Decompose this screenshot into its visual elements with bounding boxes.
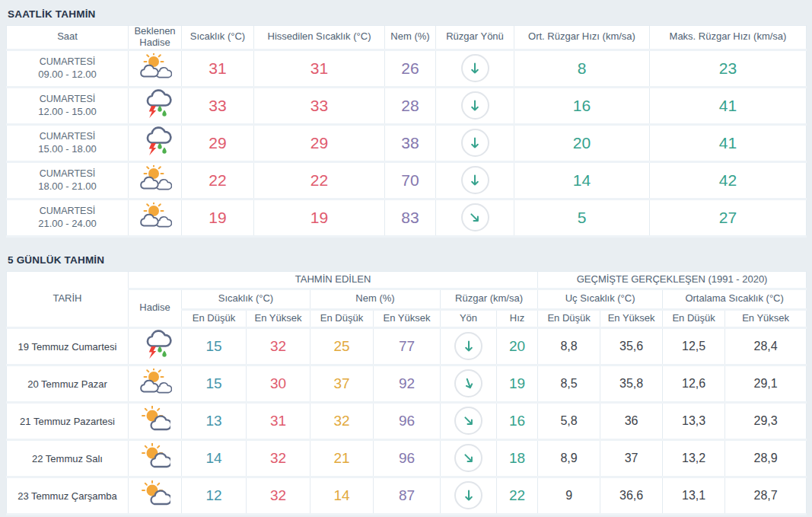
time-slot-cell: CUMARTESİ 21.00 - 24.00 — [7, 199, 129, 236]
daily-subheader-extreme-max: En Yüksek — [600, 309, 663, 327]
wind-direction-cell — [436, 199, 514, 236]
hourly-col-header-hissedilen-sicaklik: Hissedilen Sıcaklık (°C) — [254, 26, 385, 50]
expected-event-cell — [129, 124, 182, 161]
extreme-min-value: 8,5 — [538, 365, 600, 402]
humidity-value: 83 — [385, 199, 436, 236]
date-cell: 23 Temmuz Çarşamba — [7, 477, 129, 514]
temperature-value: 29 — [182, 124, 254, 161]
daily-col-header-humidity: Nem (%) — [310, 289, 441, 309]
date-cell: 22 Temmuz Salı — [7, 439, 129, 477]
wind-speed-value: 19 — [497, 365, 538, 402]
date-label: 21 Temmuz Pazartesi — [20, 416, 115, 427]
average-min-value: 13,2 — [663, 439, 725, 477]
expected-event-cell — [129, 161, 182, 199]
wind-direction-icon — [454, 407, 482, 435]
daily-row: 22 Temmuz Salı 14 32 21 96 18 8,9 37 13,… — [7, 439, 807, 477]
extreme-max-value: 36,6 — [600, 477, 663, 514]
hourly-col-header-saat: Saat — [7, 26, 129, 50]
daily-col-header-wind: Rüzgar (km/sa) — [441, 289, 538, 309]
event-cell — [129, 477, 182, 514]
daily-row: 20 Temmuz Pazar 15 30 37 92 19 8,5 35,8 … — [7, 365, 807, 402]
temp-min-value: 15 — [182, 327, 247, 365]
temp-min-value: 12 — [182, 477, 247, 514]
expected-event-cell — [129, 199, 182, 236]
time-label: 18.00 - 21.00 — [8, 180, 126, 192]
event-cell — [129, 327, 182, 365]
temp-max-value: 32 — [247, 439, 310, 477]
wind-direction-cell — [441, 402, 497, 439]
time-slot-cell: CUMARTESİ 12.00 - 15.00 — [7, 87, 129, 124]
temperature-value: 33 — [182, 87, 254, 124]
humidity-max-value: 87 — [374, 477, 441, 514]
hourly-row: CUMARTESİ 12.00 - 15.00 33 33 28 16 41 — [7, 87, 807, 124]
sun-two-clouds-icon — [139, 203, 172, 230]
day-label: CUMARTESİ — [8, 94, 126, 104]
avg-wind-speed-value: 20 — [514, 124, 650, 161]
average-max-value: 28,4 — [725, 327, 807, 365]
group-header-forecast: TAHMİN EDİLEN — [129, 271, 538, 289]
daily-subheader-average-min: En Düşük — [663, 309, 725, 327]
temp-max-value: 30 — [247, 365, 310, 402]
date-label: 20 Temmuz Pazar — [27, 378, 107, 390]
wind-direction-icon — [454, 369, 482, 397]
wind-direction-cell — [436, 87, 514, 124]
humidity-min-value: 25 — [310, 327, 374, 365]
daily-subheader-humidity-min: En Düşük — [310, 309, 374, 327]
temperature-value: 19 — [182, 199, 254, 236]
wind-direction-icon — [461, 203, 489, 231]
hourly-row: CUMARTESİ 21.00 - 24.00 19 19 83 5 27 — [7, 199, 807, 236]
time-slot-cell: CUMARTESİ 18.00 - 21.00 — [7, 161, 129, 199]
day-label: CUMARTESİ — [8, 168, 126, 179]
wind-direction-icon — [454, 332, 482, 360]
wind-direction-cell — [441, 439, 497, 477]
max-wind-speed-value: 27 — [650, 199, 807, 236]
extreme-max-value: 37 — [600, 439, 663, 477]
weather-forecast-page: SAATLİK TAHMİN SaatBeklenen HadiseSıcakl… — [6, 8, 806, 515]
daily-section-title: 5 GÜNLÜK TAHMİN — [8, 254, 806, 266]
sun-two-clouds-icon — [139, 53, 172, 81]
sun-one-cloud-icon — [140, 443, 170, 471]
average-max-value: 29,1 — [725, 365, 807, 402]
hourly-row: CUMARTESİ 09.00 - 12.00 31 31 26 8 23 — [7, 49, 807, 87]
wind-direction-icon — [461, 166, 489, 194]
wind-direction-cell — [436, 161, 514, 199]
storm-icon — [139, 330, 172, 360]
humidity-max-value: 96 — [374, 402, 441, 439]
time-slot-cell: CUMARTESİ 15.00 - 18.00 — [7, 124, 129, 161]
wind-direction-cell — [441, 477, 497, 514]
time-label: 21.00 - 24.00 — [8, 218, 126, 229]
feels-like-value: 33 — [254, 87, 385, 124]
hourly-forecast-table: SaatBeklenen HadiseSıcaklık (°C)Hissedil… — [6, 25, 807, 238]
wind-speed-value: 16 — [497, 402, 538, 439]
average-min-value: 12,6 — [663, 365, 725, 402]
day-label: CUMARTESİ — [8, 131, 126, 142]
date-cell: 21 Temmuz Pazartesi — [7, 402, 129, 439]
max-wind-speed-value: 42 — [650, 161, 807, 199]
hourly-col-header-sicaklik: Sıcaklık (°C) — [182, 26, 254, 50]
time-label: 15.00 - 18.00 — [8, 143, 126, 155]
max-wind-speed-value: 23 — [650, 49, 807, 87]
temperature-value: 31 — [182, 49, 254, 87]
date-label: 23 Temmuz Çarşamba — [18, 490, 117, 502]
wind-direction-cell — [441, 365, 497, 402]
average-max-value: 28,9 — [725, 439, 807, 477]
day-label: CUMARTESİ — [8, 56, 126, 67]
daily-row: 21 Temmuz Pazartesi 13 31 32 96 16 5,8 3… — [7, 402, 807, 439]
hourly-col-header-ort-ruzgar-hizi: Ort. Rüzgar Hızı (km/sa) — [514, 26, 650, 50]
avg-wind-speed-value: 8 — [514, 49, 650, 87]
wind-direction-icon — [461, 129, 489, 157]
storm-icon — [139, 89, 172, 120]
daily-header-group-row: TARİH TAHMİN EDİLEN GEÇMİŞTE GERÇEKLEŞEN… — [7, 271, 807, 289]
event-cell — [129, 402, 182, 439]
extreme-max-value: 35,6 — [600, 327, 663, 365]
daily-forecast-table: TARİH TAHMİN EDİLEN GEÇMİŞTE GERÇEKLEŞEN… — [6, 271, 807, 515]
sun-two-clouds-icon — [139, 165, 172, 193]
daily-subheader-wind-speed: Hız — [497, 309, 538, 327]
humidity-value: 38 — [385, 124, 436, 161]
event-cell — [129, 439, 182, 477]
hourly-header-row: SaatBeklenen HadiseSıcaklık (°C)Hissedil… — [7, 26, 807, 50]
humidity-max-value: 96 — [374, 439, 441, 477]
max-wind-speed-value: 41 — [650, 87, 807, 124]
wind-direction-cell — [441, 327, 497, 365]
wind-direction-cell — [436, 124, 514, 161]
